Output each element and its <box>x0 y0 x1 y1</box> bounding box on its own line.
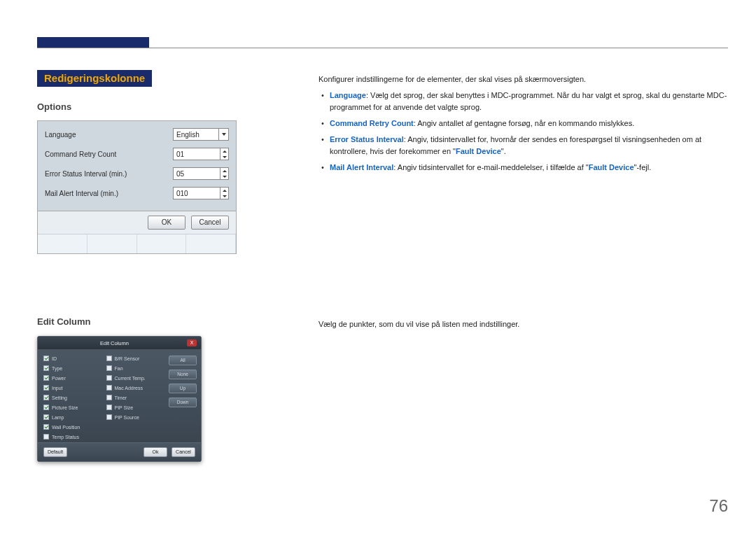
edit-column-checkbox-item[interactable]: Lamp <box>43 414 104 420</box>
chevron-down-icon <box>218 129 228 140</box>
edit-column-item-label: Wall Position <box>52 425 80 430</box>
options-error-spinner[interactable]: 05 <box>173 167 229 180</box>
header-accent-bar <box>37 37 149 48</box>
highlight-language: Language <box>330 91 366 99</box>
edit-column-dialog-screenshot: Edit Column X IDTypePowerInputSettingPic… <box>37 336 247 462</box>
text-error-b: ". <box>501 147 506 155</box>
checkbox-icon[interactable] <box>43 375 49 381</box>
options-error-label: Error Status Interval (min.) <box>45 170 173 178</box>
options-mail-spinner[interactable]: 010 <box>173 187 229 199</box>
options-intro: Konfigurer indstillingerne for de elemen… <box>318 73 728 85</box>
highlight-fault-device-1: Fault Device <box>456 147 501 155</box>
edit-column-heading: Edit Column <box>37 316 247 327</box>
options-panel-screenshot: Language English Command Retry Count 01 … <box>37 120 247 254</box>
edit-column-item-label: Picture Size <box>52 405 78 410</box>
edit-column-item-label: Type <box>52 366 62 371</box>
ok-button[interactable]: OK <box>148 216 186 230</box>
checkbox-icon[interactable] <box>43 395 49 400</box>
default-button[interactable]: Default <box>43 447 67 457</box>
options-error-value: 05 <box>174 170 220 178</box>
spin-down-icon[interactable] <box>220 193 228 199</box>
edit-column-checkbox-item[interactable]: Setting <box>43 395 104 400</box>
edit-column-item-label: Input <box>52 386 63 391</box>
options-retry-value: 01 <box>174 150 220 158</box>
edit-column-checkbox-item[interactable]: ID <box>43 356 104 361</box>
checkbox-icon[interactable] <box>43 385 49 391</box>
highlight-retry: Command Retry Count <box>330 119 414 127</box>
edit-column-item-label: Power <box>52 376 66 381</box>
edit-column-checkbox-item[interactable]: Power <box>43 375 104 381</box>
checkbox-icon[interactable] <box>43 405 49 410</box>
options-language-value: English <box>174 131 218 139</box>
spin-up-icon[interactable] <box>220 188 228 193</box>
text-mail-a: : Angiv tidsintervallet for e-mail-medde… <box>393 163 588 171</box>
checkbox-icon[interactable] <box>43 365 49 371</box>
spin-down-icon[interactable] <box>220 154 228 160</box>
edit-column-dialog-title: Edit Column <box>42 340 187 346</box>
edit-column-item-label: ID <box>52 356 57 361</box>
checkbox-icon[interactable] <box>106 356 112 361</box>
edit-column-checkbox-item[interactable]: Input <box>43 385 104 391</box>
options-mail-value: 010 <box>174 190 220 197</box>
edit-column-none-button[interactable]: None <box>169 370 197 379</box>
options-retry-label: Command Retry Count <box>45 150 173 158</box>
edit-column-item-label: B/R Sensor <box>115 356 140 361</box>
options-description: Konfigurer indstillingerne for de elemen… <box>318 73 728 178</box>
edit-column-checkbox-item[interactable]: Timer <box>106 395 167 400</box>
checkbox-icon[interactable] <box>43 414 49 420</box>
edit-column-checkbox-item[interactable]: PIP Source <box>106 414 167 420</box>
edit-column-item-label: Mac Address <box>115 386 143 391</box>
highlight-error: Error Status Interval <box>330 135 404 143</box>
edit-column-checkbox-item[interactable]: Type <box>43 365 104 371</box>
checkbox-icon[interactable] <box>43 356 49 361</box>
edit-column-checkbox-item[interactable]: B/R Sensor <box>106 356 167 361</box>
edit-column-item-label: Current Temp. <box>115 376 146 381</box>
spin-down-icon[interactable] <box>220 174 228 179</box>
options-grid-footer <box>38 234 236 253</box>
edit-column-up-button[interactable]: Up <box>169 384 197 393</box>
options-retry-spinner[interactable]: 01 <box>173 148 229 160</box>
edit-column-checkbox-item[interactable]: Current Temp. <box>106 375 167 381</box>
options-bullet-language: Language: Vælg det sprog, der skal benyt… <box>330 90 728 113</box>
checkbox-icon[interactable] <box>43 424 49 430</box>
checkbox-icon[interactable] <box>106 405 112 410</box>
options-heading: Options <box>37 101 247 112</box>
checkbox-icon[interactable] <box>106 414 112 420</box>
close-icon[interactable]: X <box>187 339 197 346</box>
checkbox-icon[interactable] <box>106 385 112 391</box>
spin-up-icon[interactable] <box>220 148 228 154</box>
edit-column-checkbox-item[interactable]: Wall Position <box>43 424 104 430</box>
checkbox-icon[interactable] <box>106 395 112 400</box>
ok-button[interactable]: Ok <box>144 447 167 457</box>
checkbox-icon[interactable] <box>43 434 49 440</box>
text-retry: : Angiv antallet af gentagne forsøg, når… <box>414 119 635 127</box>
edit-column-checkbox-item[interactable]: Picture Size <box>43 405 104 410</box>
options-language-label: Language <box>45 131 173 139</box>
edit-column-item-label: PIP Size <box>115 405 134 410</box>
edit-column-description: Vælg de punkter, som du vil vise på list… <box>318 318 728 330</box>
edit-column-item-label: Lamp <box>52 415 64 420</box>
edit-column-checkbox-item[interactable]: PIP Size <box>106 405 167 410</box>
options-bullet-mail: Mail Alert Interval: Angiv tidsintervall… <box>330 162 728 174</box>
spin-up-icon[interactable] <box>220 168 228 174</box>
edit-column-checkbox-item[interactable]: Temp Status <box>43 434 104 440</box>
checkbox-icon[interactable] <box>106 365 112 371</box>
cancel-button[interactable]: Cancel <box>172 447 195 457</box>
edit-column-item-label: Timer <box>115 395 127 400</box>
text-language: : Vælg det sprog, der skal benyttes i MD… <box>330 91 727 111</box>
header-divider <box>37 48 728 48</box>
text-mail-b: "-fejl. <box>634 163 652 171</box>
edit-column-item-label: Fan <box>115 366 123 371</box>
edit-column-checkbox-item[interactable]: Mac Address <box>106 385 167 391</box>
checkbox-icon[interactable] <box>106 375 112 381</box>
edit-column-checkbox-item[interactable]: Fan <box>106 365 167 371</box>
options-language-select[interactable]: English <box>173 128 229 141</box>
options-mail-label: Mail Alert Interval (min.) <box>45 190 173 197</box>
section-title: Redigeringskolonne <box>37 70 152 87</box>
cancel-button[interactable]: Cancel <box>191 216 229 230</box>
options-bullet-retry: Command Retry Count: Angiv antallet af g… <box>330 118 728 129</box>
highlight-fault-device-2: Fault Device <box>589 163 634 171</box>
edit-column-all-button[interactable]: All <box>169 356 197 365</box>
edit-column-item-label: PIP Source <box>115 415 139 420</box>
edit-column-down-button[interactable]: Down <box>169 398 197 407</box>
